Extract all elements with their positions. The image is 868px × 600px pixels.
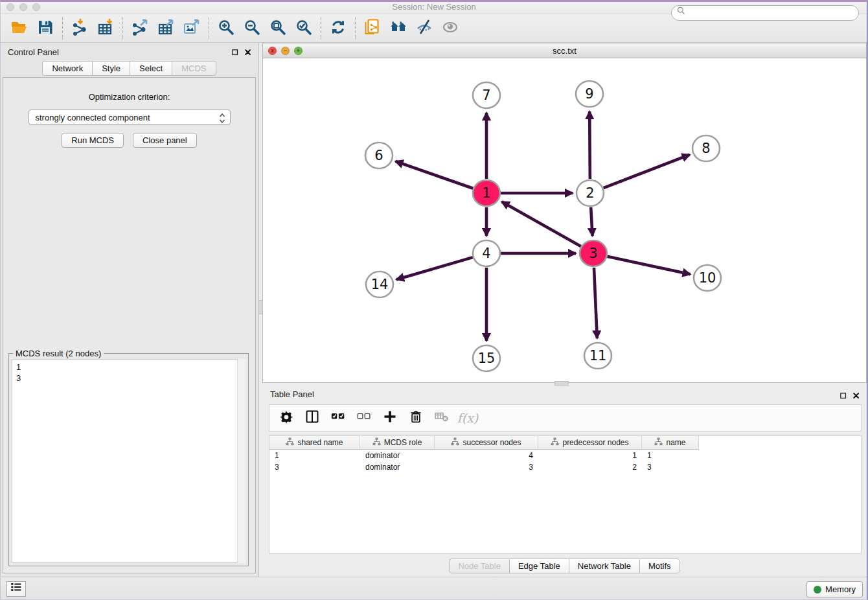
export-image-icon — [183, 19, 200, 38]
zoom-selected-button[interactable] — [291, 17, 317, 40]
select-all-columns-button[interactable] — [326, 407, 350, 429]
node-label: 3 — [589, 246, 597, 261]
export-network-button[interactable] — [127, 17, 153, 40]
edge-3-10[interactable] — [608, 257, 691, 275]
node-9[interactable]: 9 — [576, 81, 603, 107]
node-3[interactable]: 3 — [580, 240, 607, 266]
deselect-all-columns-button[interactable] — [352, 407, 376, 429]
close-panel-button[interactable]: Close panel — [133, 133, 197, 148]
zoom-in-button[interactable] — [213, 17, 239, 40]
table-cell[interactable]: 1 — [642, 451, 699, 461]
float-table-panel-icon[interactable] — [840, 391, 847, 402]
network-canvas[interactable]: 7 9 6 8 1 2 4 3 14 10 15 11 — [263, 58, 866, 382]
edge-2-3[interactable] — [591, 207, 592, 236]
mcds-result-item[interactable]: 1 — [16, 362, 241, 373]
tab-mcds[interactable]: MCDS — [172, 61, 216, 76]
edge-2-8[interactable] — [604, 155, 690, 188]
tab-motifs[interactable]: Motifs — [639, 559, 680, 573]
column-header-shared-name[interactable]: shared name — [269, 436, 360, 450]
mcds-result-list[interactable]: 13 — [12, 359, 246, 563]
close-panel-icon[interactable] — [245, 47, 252, 59]
show-all-button[interactable] — [437, 17, 463, 40]
search-box[interactable] — [671, 5, 859, 21]
table-cell[interactable]: 1 — [269, 451, 360, 461]
tab-select[interactable]: Select — [130, 61, 172, 76]
import-table-icon — [97, 19, 114, 38]
close-table-panel-icon[interactable] — [853, 391, 860, 402]
first-neighbors-button[interactable] — [385, 17, 411, 40]
vertical-splitter-handle[interactable] — [258, 300, 263, 314]
table-cell[interactable]: 2 — [538, 463, 642, 473]
node-8[interactable]: 8 — [692, 135, 720, 161]
mcds-panel: Optimization criterion: strongly connect… — [3, 77, 256, 573]
export-image-button[interactable] — [179, 17, 205, 40]
search-input[interactable] — [688, 6, 858, 19]
export-table-button[interactable] — [153, 17, 179, 40]
table-cell[interactable]: 3 — [269, 463, 360, 473]
import-network-button[interactable] — [67, 17, 93, 40]
edge-1-6[interactable] — [395, 161, 473, 189]
memory-label: Memory — [825, 584, 856, 594]
column-header-name[interactable]: name — [642, 436, 699, 450]
edge-2-9[interactable] — [589, 111, 590, 179]
hide-selected-icon — [416, 19, 433, 38]
control-panel: Control Panel NetworkStyleSelectMCDS Opt… — [0, 43, 259, 577]
node-2[interactable]: 2 — [577, 180, 604, 206]
table-settings-button[interactable] — [275, 407, 298, 429]
node-6[interactable]: 6 — [365, 143, 393, 168]
table-cell[interactable]: 3 — [642, 463, 699, 473]
network-view-window: x − + scc.txt 7 9 6 8 1 2 4 3 14 10 15 1… — [262, 43, 867, 383]
table-cell[interactable]: dominator — [360, 463, 435, 473]
hide-selected-button[interactable] — [411, 17, 437, 40]
deselect-all-columns-icon — [357, 410, 371, 426]
open-session-button[interactable] — [6, 17, 32, 40]
run-mcds-button[interactable]: Run MCDS — [62, 133, 124, 148]
tab-network[interactable]: Network — [42, 61, 92, 76]
task-history-button[interactable] — [6, 581, 26, 597]
edge-4-14[interactable] — [396, 257, 473, 279]
float-panel-icon[interactable] — [232, 47, 239, 59]
tab-style[interactable]: Style — [92, 61, 130, 76]
table-cell[interactable]: 4 — [435, 451, 538, 461]
mcds-result-item[interactable]: 3 — [16, 373, 241, 384]
node-1[interactable]: 1 — [473, 180, 500, 206]
node-4[interactable]: 4 — [473, 240, 500, 266]
network-window-titlebar[interactable]: x − + scc.txt — [263, 43, 866, 58]
memory-button[interactable]: Memory — [806, 581, 863, 597]
column-header-successor-nodes[interactable]: successor nodes — [435, 436, 538, 450]
table-cell[interactable]: dominator — [360, 451, 435, 461]
edge-3-11[interactable] — [594, 268, 597, 338]
result-scrollbar[interactable] — [237, 359, 246, 563]
zoom-fit-button[interactable] — [265, 17, 291, 40]
tab-edge-table[interactable]: Edge Table — [509, 559, 569, 573]
horizontal-splitter-handle[interactable] — [554, 381, 569, 386]
table-row[interactable]: 1dominator411 — [269, 451, 861, 461]
zoom-out-button[interactable] — [239, 17, 265, 40]
tab-node-table[interactable]: Node Table — [449, 559, 509, 573]
node-11[interactable]: 11 — [584, 343, 611, 369]
optimization-criterion-select[interactable]: strongly connected component — [29, 110, 231, 125]
save-session-button[interactable] — [32, 17, 58, 40]
tab-network-table[interactable]: Network Table — [569, 559, 639, 573]
table-cell[interactable]: 1 — [538, 451, 642, 461]
list-icon — [10, 581, 23, 597]
apply-layout-button[interactable] — [325, 17, 351, 40]
column-type-icon — [654, 437, 663, 448]
delete-column-button[interactable] — [404, 407, 428, 429]
network-from-selection-button[interactable] — [360, 17, 385, 40]
node-7[interactable]: 7 — [473, 82, 500, 108]
table-cell[interactable]: 3 — [435, 463, 538, 473]
column-header-predecessor-nodes[interactable]: predecessor nodes — [538, 436, 642, 450]
toggle-columns-button[interactable] — [301, 407, 324, 429]
column-header-MCDS-role[interactable]: MCDS role — [360, 436, 435, 450]
table-row[interactable]: 3dominator323 — [269, 463, 861, 473]
import-table-button[interactable] — [93, 17, 119, 40]
zoom-out-icon — [244, 19, 260, 38]
node-10[interactable]: 10 — [694, 265, 721, 291]
node-label: 15 — [478, 351, 496, 366]
node-14[interactable]: 14 — [366, 271, 393, 297]
table-panel: Table Panel f(x) shared nameMCDS rolesuc… — [262, 386, 867, 577]
edge-3-1[interactable] — [502, 202, 581, 246]
create-column-button[interactable] — [378, 407, 402, 429]
node-15[interactable]: 15 — [473, 345, 500, 371]
